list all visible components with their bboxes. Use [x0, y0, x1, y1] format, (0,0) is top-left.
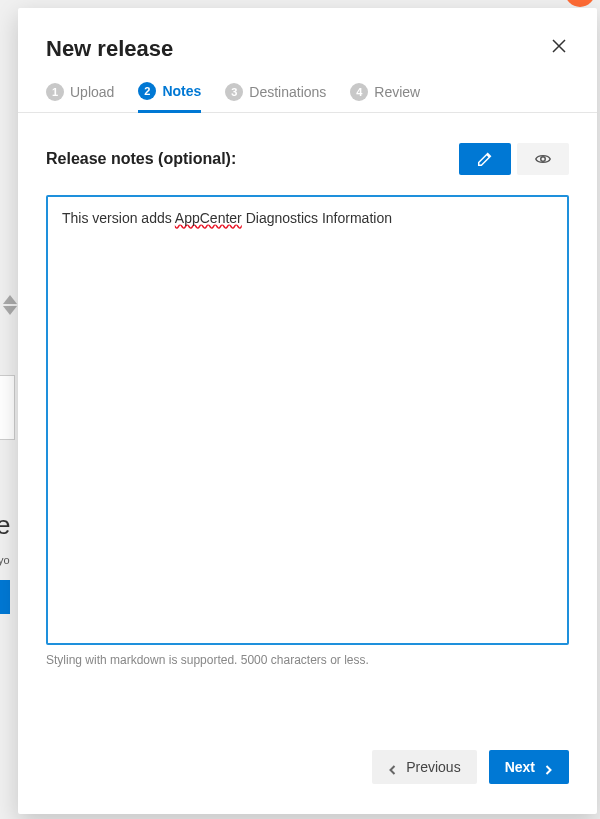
bg-sub: yo	[0, 554, 10, 566]
step-label: Upload	[70, 84, 114, 100]
step-review[interactable]: 4 Review	[350, 82, 420, 112]
step-upload[interactable]: 1 Upload	[46, 82, 114, 112]
bg-blue-button	[0, 580, 10, 614]
previous-button[interactable]: Previous	[372, 750, 476, 784]
step-number: 4	[350, 83, 368, 101]
eye-icon	[534, 150, 552, 168]
bg-letter: e	[0, 510, 10, 541]
step-label: Notes	[162, 83, 201, 99]
bg-box	[0, 375, 15, 440]
dialog-title: New release	[46, 36, 173, 62]
preview-mode-button[interactable]	[517, 143, 569, 175]
release-notes-label: Release notes (optional):	[46, 150, 236, 168]
step-number: 2	[138, 82, 156, 100]
wizard-stepper: 1 Upload 2 Notes 3 Destinations 4 Review	[18, 62, 597, 113]
svg-point-0	[541, 157, 546, 162]
new-release-dialog: New release 1 Upload 2 Notes 3 Destinati…	[18, 8, 597, 814]
step-label: Destinations	[249, 84, 326, 100]
close-icon	[551, 38, 567, 54]
notes-text-suffix: Diagnostics Information	[242, 210, 392, 226]
close-button[interactable]	[549, 36, 569, 56]
step-destinations[interactable]: 3 Destinations	[225, 82, 326, 112]
edit-mode-button[interactable]	[459, 143, 511, 175]
bg-avatar-fragment	[565, 0, 595, 7]
chevron-left-icon	[388, 762, 398, 772]
step-number: 3	[225, 83, 243, 101]
next-label: Next	[505, 759, 535, 775]
chevron-right-icon	[543, 762, 553, 772]
step-number: 1	[46, 83, 64, 101]
pencil-icon	[476, 150, 494, 168]
bg-sort-icon	[0, 280, 20, 330]
step-label: Review	[374, 84, 420, 100]
step-notes[interactable]: 2 Notes	[138, 82, 201, 113]
next-button[interactable]: Next	[489, 750, 569, 784]
notes-text-prefix: This version adds	[62, 210, 175, 226]
previous-label: Previous	[406, 759, 460, 775]
notes-text-spellcheck: AppCenter	[175, 210, 242, 226]
helper-text: Styling with markdown is supported. 5000…	[46, 653, 569, 667]
release-notes-textarea[interactable]: This version adds AppCenter Diagnostics …	[46, 195, 569, 645]
